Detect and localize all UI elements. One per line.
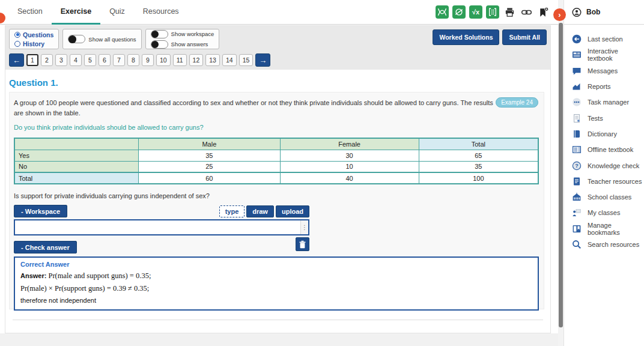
radio-questions-indicator[interactable] xyxy=(14,32,20,38)
sidebar-item-label: School classes xyxy=(588,193,631,201)
question-pagination: ← 1 2 3 4 5 6 7 8 9 10 11 12 13 14 15 → xyxy=(9,53,547,67)
cas-calculator-icon[interactable]: √x xyxy=(469,5,482,19)
answer-label: Answer: xyxy=(20,272,46,279)
sidebar-item-dictionary[interactable]: Dictionary xyxy=(572,126,644,142)
page-button-8[interactable]: 8 xyxy=(127,54,139,66)
table-row-no: No 25 10 35 xyxy=(14,161,538,172)
workspace-text-input[interactable] xyxy=(15,220,308,234)
show-workspace-toggle[interactable] xyxy=(151,30,168,38)
print-icon[interactable] xyxy=(503,5,516,19)
sidebar-item-label: My classes xyxy=(588,209,620,216)
geometry-tool-icon[interactable] xyxy=(452,5,466,19)
sidebar-item-knowledge-check[interactable]: ? Knowledge check xyxy=(572,157,644,173)
workspace-input-wrap: ⋮ xyxy=(14,219,309,235)
user-avatar-icon xyxy=(572,7,582,17)
header-female: Female xyxy=(280,138,419,150)
bookmark-add-icon[interactable] xyxy=(536,5,550,19)
sidebar-item-label: Manage bookmarks xyxy=(588,222,644,236)
sidebar-item-search-resources[interactable]: Search resources xyxy=(572,237,644,252)
header-total: Total xyxy=(419,138,538,150)
row-label: Yes xyxy=(14,150,139,161)
tab-section[interactable]: Section xyxy=(8,0,52,25)
sidebar-item-tests[interactable]: Tests xyxy=(572,110,644,126)
page-button-14[interactable]: 14 xyxy=(222,54,237,66)
page-button-1[interactable]: 1 xyxy=(26,54,38,66)
top-bar: Section Exercise Quiz Resources √x xyxy=(0,0,558,25)
page-button-15[interactable]: 15 xyxy=(239,54,254,66)
sidebar-collapse-toggle[interactable]: › xyxy=(553,8,566,21)
row-label: Total xyxy=(14,172,139,184)
page-button-7[interactable]: 7 xyxy=(113,54,125,66)
header-male: Male xyxy=(139,138,280,150)
page-scrollbar[interactable] xyxy=(558,0,564,346)
card-divider xyxy=(13,320,543,320)
page-button-12[interactable]: 12 xyxy=(189,54,204,66)
workspace-collapse-button[interactable]: - Workspace xyxy=(14,205,67,217)
radio-history-indicator[interactable] xyxy=(14,41,20,47)
sidebar-item-messages[interactable]: Messages xyxy=(572,63,644,79)
prev-page-button[interactable]: ← xyxy=(9,53,24,67)
mode-upload-button[interactable]: upload xyxy=(276,205,309,217)
radio-questions[interactable]: Questions xyxy=(14,31,53,38)
example-badge[interactable]: Example 24 xyxy=(496,97,538,108)
sidebar-item-interactive-textbook[interactable]: Interactive textbook xyxy=(572,47,644,62)
view-mode-box: Questions History xyxy=(9,29,59,49)
show-workspace-label: Show workspace xyxy=(171,31,214,37)
left-panel-toggle[interactable] xyxy=(0,13,5,23)
page-button-10[interactable]: 10 xyxy=(156,54,171,66)
cell-value: 40 xyxy=(280,172,419,184)
header-empty xyxy=(14,138,139,150)
submit-all-button[interactable]: Submit All xyxy=(502,29,547,45)
sidebar-item-reports[interactable]: Reports xyxy=(572,79,644,94)
sidebar-item-school-classes[interactable]: School classes xyxy=(572,189,644,205)
last-section-icon xyxy=(572,34,582,44)
page-button-5[interactable]: 5 xyxy=(84,54,96,66)
copy-link-icon[interactable] xyxy=(520,5,533,19)
radio-history[interactable]: History xyxy=(14,40,53,47)
question-intro-text: A group of 100 people were questioned an… xyxy=(14,98,502,118)
cell-value: 65 xyxy=(419,150,538,161)
correct-answer-heading: Correct Answer xyxy=(20,261,532,268)
offline-textbook-icon xyxy=(572,145,582,154)
page-button-13[interactable]: 13 xyxy=(205,54,220,66)
worked-solutions-button[interactable]: Worked Solutions xyxy=(433,29,499,45)
tests-icon xyxy=(572,114,582,123)
sidebar-item-label: Offline textbook xyxy=(588,146,633,153)
input-resize-grip[interactable]: ⋮ xyxy=(300,220,308,234)
sidebar-item-offline-textbook[interactable]: Offline textbook xyxy=(572,142,644,157)
scrollbar-thumb[interactable] xyxy=(559,23,563,327)
sidebar-item-manage-bookmarks[interactable]: Manage bookmarks xyxy=(572,221,644,237)
cell-value: 35 xyxy=(139,150,280,161)
question-prompt-text: Do you think private individuals should … xyxy=(14,124,539,131)
answer-line-3: therefore not independent xyxy=(20,297,532,304)
show-all-questions-toggle[interactable] xyxy=(68,35,85,43)
cell-value: 100 xyxy=(419,172,538,184)
check-answer-button[interactable]: - Check answer xyxy=(14,241,77,253)
cell-value: 35 xyxy=(419,161,538,172)
show-answers-toggle[interactable] xyxy=(151,40,168,49)
tab-resources[interactable]: Resources xyxy=(134,0,188,25)
mode-draw-button[interactable]: draw xyxy=(246,205,274,217)
tab-quiz[interactable]: Quiz xyxy=(100,0,134,25)
page-background xyxy=(0,333,558,346)
mode-type-button[interactable]: type xyxy=(219,205,245,217)
page-button-2[interactable]: 2 xyxy=(41,54,53,66)
sidebar-item-my-classes[interactable]: My classes xyxy=(572,205,644,220)
clear-workspace-button[interactable] xyxy=(296,237,309,251)
page-button-4[interactable]: 4 xyxy=(70,54,82,66)
sidebar-item-last-section[interactable]: Last section xyxy=(572,31,644,47)
page-button-9[interactable]: 9 xyxy=(142,54,154,66)
sidebar-item-task-manager[interactable]: Task manager xyxy=(572,94,644,110)
sidebar-item-teacher-resources[interactable]: Teacher resources xyxy=(572,174,644,189)
graphing-calculator-icon[interactable] xyxy=(436,5,449,19)
matrix-tool-icon[interactable] xyxy=(486,5,499,19)
correct-answer-box: Correct Answer Answer: Pr(male and suppo… xyxy=(14,256,539,311)
page-button-3[interactable]: 3 xyxy=(55,54,67,66)
next-page-button[interactable]: → xyxy=(255,53,270,67)
page-button-6[interactable]: 6 xyxy=(99,54,111,66)
manage-bookmarks-icon xyxy=(572,224,582,234)
page-button-11[interactable]: 11 xyxy=(173,54,187,66)
tab-exercise[interactable]: Exercise xyxy=(52,0,100,25)
cell-value: 30 xyxy=(280,150,419,161)
workspace-answers-box: Show workspace Show answers xyxy=(145,29,220,49)
